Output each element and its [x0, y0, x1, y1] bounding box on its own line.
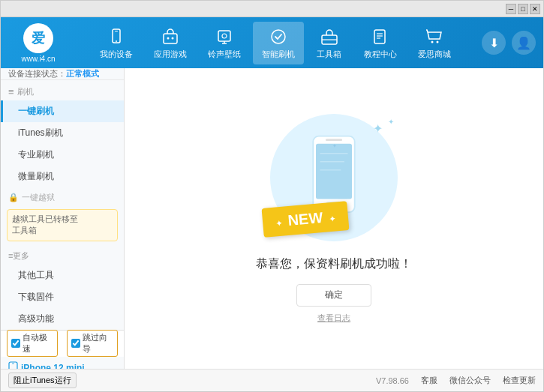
title-bar: ─ □ ✕ [1, 1, 543, 17]
svg-rect-24 [326, 139, 342, 141]
svg-rect-22 [316, 143, 352, 199]
secondary-link[interactable]: 查看日志 [317, 313, 350, 324]
app-window: ─ □ ✕ 爱 www.i4.cn 我的设备 [0, 0, 544, 392]
version-label: V7.98.66 [376, 376, 409, 385]
sparkle-top-right-icon: ✦ [388, 118, 394, 126]
minimize-btn[interactable]: ─ [506, 4, 516, 14]
svg-point-16 [431, 40, 433, 43]
nav-my-device[interactable]: 我的设备 [91, 22, 142, 64]
status-value: 正常模式 [66, 68, 99, 79]
svg-rect-18 [9, 362, 17, 369]
skip-wizard-label: 跳过向导 [83, 332, 113, 355]
customer-service-link[interactable]: 客服 [421, 375, 437, 386]
block-itunes-btn[interactable]: 阻止iTunes运行 [8, 373, 77, 388]
auto-send-label: 自动极速 [23, 332, 53, 355]
title-bar-controls: ─ □ ✕ [506, 4, 540, 14]
header: 爱 www.i4.cn 我的设备 [1, 17, 543, 68]
logo-text: www.i4.cn [21, 55, 55, 63]
nav-tutorial[interactable]: 教程中心 [355, 22, 406, 64]
nav-ringtones[interactable]: 铃声壁纸 [199, 22, 250, 64]
svg-point-5 [171, 37, 173, 39]
sidebar-flash-section-title: ≡ 刷机 [1, 80, 124, 100]
footer-left: 阻止iTunes运行 [8, 373, 77, 388]
sidebar-item-one-key-flash[interactable]: 一键刷机 [1, 100, 124, 122]
device-name: iPhone 12 mini [8, 361, 116, 369]
sidebar-item-itunes-flash[interactable]: iTunes刷机 [1, 122, 124, 144]
bottom-checkboxes: 自动极速 跳过向导 [1, 330, 124, 357]
sidebar-more-section-title: ≡ 更多 [1, 244, 124, 265]
left-panel: 设备连接状态： 正常模式 ≡ 刷机 一键刷机 iTunes刷机 专业刷机 [1, 68, 125, 369]
auto-send-checkbox[interactable]: 自动极速 [7, 330, 58, 357]
sidebar-item-other-tools[interactable]: 其他工具 [1, 265, 124, 286]
footer-right: V7.98.66 客服 微信公众号 检查更新 [376, 375, 536, 386]
wechat-public-link[interactable]: 微信公众号 [449, 375, 491, 386]
phone-circle-bg: ✦ ✦ [270, 114, 398, 241]
nav-apps-games[interactable]: 应用游戏 [145, 22, 196, 64]
check-update-link[interactable]: 检查更新 [503, 375, 536, 386]
sidebar-jailbreak-section: 🔒 一键越狱 [1, 187, 124, 206]
footer: 阻止iTunes运行 V7.98.66 客服 微信公众号 检查更新 [1, 369, 543, 391]
more-section-label: 更多 [13, 250, 29, 262]
sparkle-top-left-icon: ✦ [373, 121, 383, 136]
new-badge: NEW [262, 201, 350, 238]
device-info: iPhone 12 mini 64GB Down-12mini-13,1 [1, 357, 124, 369]
nav-ringtones-label: 铃声壁纸 [208, 49, 241, 60]
download-btn[interactable]: ⬇ [482, 31, 506, 55]
illustration: ✦ ✦ [270, 114, 398, 241]
svg-rect-2 [115, 31, 118, 31]
flash-section-icon: ≡ [8, 86, 14, 97]
svg-rect-3 [164, 34, 177, 43]
nav-items: 我的设备 应用游戏 [68, 22, 482, 64]
body-area: 设备连接状态： 正常模式 ≡ 刷机 一键刷机 iTunes刷机 专业刷机 [1, 68, 543, 369]
logo-icon: 爱 [23, 23, 53, 53]
user-btn[interactable]: 👤 [512, 31, 536, 55]
nav-toolbox-label: 工具箱 [317, 49, 341, 60]
sidebar-item-weight-flash[interactable]: 微量刷机 [1, 166, 124, 187]
content-area: ✦ ✦ [125, 68, 543, 369]
nav-smart-flash-label: 智能刷机 [262, 49, 295, 60]
auto-send-input[interactable] [11, 339, 20, 348]
skip-wizard-input[interactable] [71, 339, 80, 348]
ringtones-icon [214, 26, 235, 47]
nav-right-area: ⬇ 👤 [482, 31, 536, 55]
sidebar-item-download-firmware[interactable]: 下载固件 [1, 286, 124, 308]
phone-icon-small [8, 361, 18, 369]
logo-area: 爱 www.i4.cn [8, 23, 68, 63]
nav-store-label: 爱思商城 [418, 49, 451, 60]
svg-rect-12 [374, 30, 385, 43]
svg-text:✦: ✦ [332, 142, 337, 149]
sidebar-item-advanced[interactable]: 高级功能 [1, 308, 124, 330]
toolbox-icon [319, 26, 340, 47]
flash-section-label: 刷机 [17, 86, 34, 97]
sidebar: ≡ 刷机 一键刷机 iTunes刷机 专业刷机 微量刷机 🔒 [1, 80, 125, 330]
status-label: 设备连接状态： [8, 68, 66, 79]
nav-store[interactable]: 爱思商城 [409, 22, 460, 64]
confirm-button[interactable]: 确定 [296, 284, 371, 307]
apps-games-icon [160, 26, 181, 47]
tutorial-icon [370, 26, 391, 47]
nav-toolbox[interactable]: 工具箱 [307, 22, 352, 64]
svg-point-4 [167, 37, 169, 39]
sidebar-jailbreak-notice: 越狱工具已转移至工具箱 [7, 209, 118, 241]
nav-tutorial-label: 教程中心 [364, 49, 397, 60]
nav-apps-label: 应用游戏 [154, 49, 187, 60]
svg-point-1 [116, 40, 117, 42]
store-icon [424, 26, 445, 47]
nav-smart-flash[interactable]: 智能刷机 [253, 22, 304, 64]
device-status-bar: 设备连接状态： 正常模式 [1, 68, 124, 80]
skip-wizard-checkbox[interactable]: 跳过向导 [67, 330, 118, 357]
svg-point-17 [436, 40, 438, 43]
my-device-icon [106, 26, 127, 47]
jailbreak-label: 一键越狱 [22, 192, 55, 203]
smart-flash-icon [268, 26, 289, 47]
svg-rect-6 [218, 31, 230, 41]
close-btn[interactable]: ✕ [530, 4, 540, 14]
lock-icon: 🔒 [8, 193, 19, 202]
maximize-btn[interactable]: □ [518, 4, 528, 14]
sidebar-item-pro-flash[interactable]: 专业刷机 [1, 144, 124, 166]
svg-point-7 [222, 34, 227, 38]
success-text: 恭喜您，保资料刷机成功啦！ [256, 256, 412, 272]
nav-my-device-label: 我的设备 [100, 49, 133, 60]
